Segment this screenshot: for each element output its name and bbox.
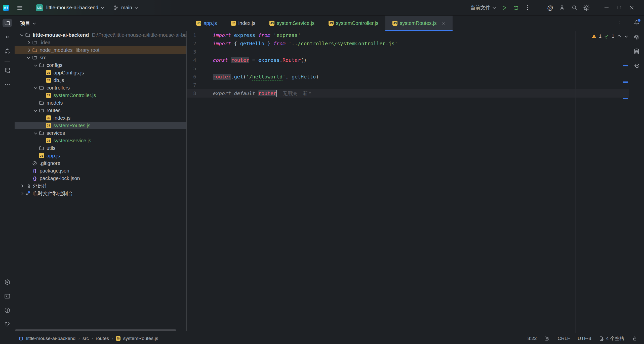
tree-item-idea[interactable]: .idea: [15, 39, 187, 46]
tab-systemservice-js[interactable]: JSsystemService.js: [262, 16, 321, 31]
tree-item-label: services: [47, 130, 65, 136]
breadcrumb-separator-icon: ›: [112, 336, 113, 341]
tree-item-utils[interactable]: utils: [15, 144, 187, 152]
chevron-down-icon[interactable]: [18, 34, 25, 36]
project-panel-header[interactable]: 项目: [15, 16, 187, 31]
prev-problem-icon[interactable]: [618, 35, 621, 38]
project-toolwindow-button[interactable]: [3, 19, 12, 27]
panel-splitter[interactable]: [186, 31, 187, 331]
breadcrumb-item[interactable]: systemRoutes.js: [123, 336, 158, 341]
tree-item-package-json[interactable]: {}package.json: [15, 167, 187, 175]
folder-icon: [39, 100, 44, 106]
restore-button[interactable]: [613, 3, 625, 13]
run-config-label: 当前文件: [470, 4, 491, 11]
editor-gutter[interactable]: 12345678: [187, 31, 196, 98]
tree-horizontal-scrollbar[interactable]: [15, 329, 176, 331]
tree-item-services[interactable]: services: [15, 129, 187, 137]
line-number: 1: [187, 31, 196, 39]
breadcrumb-item[interactable]: little-mouse-ai-backend: [26, 336, 75, 341]
chevron-down-icon[interactable]: [25, 57, 32, 59]
passed-check-icon: [604, 33, 609, 39]
project-name[interactable]: little-mouse-ai-backend: [46, 5, 98, 11]
ai-assistant-toolwindow-button[interactable]: [633, 34, 640, 40]
chevron-right-icon[interactable]: [18, 185, 25, 187]
terminal-toolwindow-button[interactable]: [3, 292, 12, 300]
tree-item-systemroutes-js[interactable]: JSsystemRoutes.js: [15, 122, 187, 129]
tab-systemcontroller-js[interactable]: JSsystemController.js: [321, 16, 385, 31]
structure-toolwindow-button[interactable]: [3, 66, 12, 75]
chevron-right-icon[interactable]: [18, 192, 25, 195]
tree-item-models[interactable]: models: [15, 99, 187, 107]
minimize-button[interactable]: [600, 3, 613, 13]
indent-selector[interactable]: 4 个空格: [599, 335, 624, 342]
tab-index-js[interactable]: JSindex.js: [224, 16, 262, 31]
search-everywhere-button[interactable]: [571, 5, 578, 11]
encoding-selector[interactable]: UTF-8: [578, 336, 591, 341]
debug-button[interactable]: [513, 5, 519, 11]
ai-assistant-button[interactable]: @: [547, 5, 553, 11]
breadcrumb-item[interactable]: routes: [96, 336, 109, 341]
tree-item-systemcontroller-js[interactable]: JSsystemController.js: [15, 92, 187, 99]
tab-options-icon[interactable]: [618, 16, 622, 31]
chevron-down-icon[interactable]: [32, 132, 39, 134]
code-lines[interactable]: import express from 'express'import { ge…: [213, 31, 398, 98]
change-marker[interactable]: [623, 65, 628, 66]
tree-item-label: appConfigs.js: [54, 70, 84, 76]
tab-systemroutes-js[interactable]: JSsystemRoutes.js: [385, 16, 453, 31]
tree-item-外部库[interactable]: 外部库: [15, 182, 187, 190]
run-button[interactable]: [501, 5, 507, 11]
chevron-down-icon[interactable]: [32, 109, 39, 112]
tree-item-appconfigs-js[interactable]: JSappConfigs.js: [15, 69, 187, 76]
close-button[interactable]: [625, 3, 638, 13]
tab-app-js[interactable]: JSapp.js: [189, 16, 224, 31]
more-toolwindows-button[interactable]: [3, 80, 12, 89]
tree-item-index-js[interactable]: JSindex.js: [15, 114, 187, 122]
chevron-right-icon[interactable]: [25, 41, 32, 44]
tree-item-configs[interactable]: configs: [15, 61, 187, 69]
commit-toolwindow-button[interactable]: [3, 33, 12, 41]
line-number: 3: [187, 48, 196, 56]
services-toolwindow-button[interactable]: [3, 278, 12, 286]
pull-requests-toolwindow-button[interactable]: [3, 47, 12, 55]
tree-item-node-modules[interactable]: node_moduleslibrary root: [15, 46, 187, 54]
inspection-widget[interactable]: 1 1: [591, 33, 627, 39]
database-toolwindow-button[interactable]: [633, 48, 640, 55]
caret-position[interactable]: 8:22: [528, 336, 537, 341]
endpoints-toolwindow-button[interactable]: [633, 62, 640, 69]
tree-item-controllers[interactable]: controllers: [15, 84, 187, 92]
line-ending-selector[interactable]: CRLF: [558, 336, 570, 341]
change-marker[interactable]: [623, 98, 628, 99]
close-tab-icon[interactable]: [441, 21, 446, 25]
write-access-button[interactable]: [632, 336, 637, 341]
tree-item-systemservice-js[interactable]: JSsystemService.js: [15, 137, 187, 144]
notifications-button[interactable]: [633, 19, 640, 26]
main-menu-icon[interactable]: [17, 6, 22, 10]
chevron-right-icon[interactable]: [25, 49, 32, 51]
tree-item-gitignore[interactable]: .gitignore: [15, 159, 187, 167]
change-marker[interactable]: [623, 81, 628, 83]
project-avatar[interactable]: LB: [36, 4, 43, 11]
project-chevron-down-icon[interactable]: [101, 6, 104, 9]
highlighting-level-button[interactable]: [544, 336, 550, 341]
run-configuration-selector[interactable]: 当前文件: [470, 4, 495, 11]
tree-item-临时文件和控制台[interactable]: 临时文件和控制台: [15, 190, 187, 197]
editor-content[interactable]: 12345678 import express from 'express'im…: [187, 31, 629, 333]
tree-item-routes[interactable]: routes: [15, 107, 187, 114]
problems-toolwindow-button[interactable]: [3, 306, 12, 315]
file-settings-icon: [599, 336, 604, 341]
tree-item-db-js[interactable]: JSdb.js: [15, 76, 187, 84]
more-actions-icon[interactable]: [526, 5, 530, 10]
settings-button[interactable]: [583, 5, 590, 11]
code-with-me-button[interactable]: [559, 5, 566, 11]
right-tool-stripe: [629, 16, 644, 333]
breadcrumb-item[interactable]: src: [83, 336, 89, 341]
vcs-branch-widget[interactable]: main: [113, 5, 137, 11]
chevron-down-icon[interactable]: [32, 87, 39, 89]
tree-item-little-mouse-ai-backend[interactable]: little-mouse-ai-backendD:\Project\little…: [15, 31, 187, 39]
next-problem-icon[interactable]: [625, 34, 628, 37]
chevron-down-icon[interactable]: [32, 64, 39, 66]
version-control-toolwindow-button[interactable]: [3, 320, 12, 329]
tree-item-app-js[interactable]: JSapp.js: [15, 152, 187, 159]
tree-item-src[interactable]: src: [15, 54, 187, 61]
tree-item-package-lock-json[interactable]: {}package-lock.json: [15, 175, 187, 182]
